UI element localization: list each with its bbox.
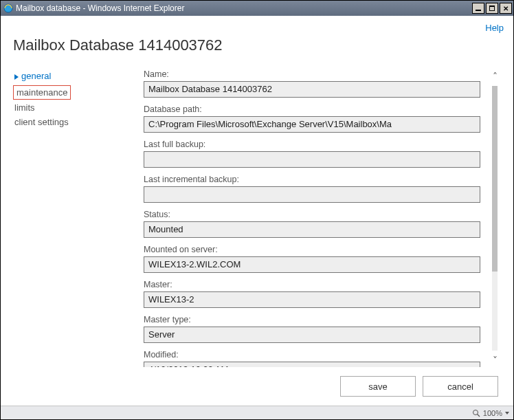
label-name: Name:: [144, 69, 484, 79]
value-status: Mounted: [144, 221, 480, 238]
chevron-up-icon[interactable]: ˄: [493, 71, 498, 82]
chevron-down-icon[interactable]: ˅: [493, 355, 498, 366]
chevron-down-icon[interactable]: [505, 412, 509, 415]
sidebar-item-label: general: [21, 71, 51, 81]
value-modified: 4/10/2013 10:22 AM: [144, 362, 480, 367]
label-status: Status:: [144, 210, 484, 219]
label-dbpath: Database path:: [144, 104, 484, 114]
sidebar-item-label: limits: [14, 102, 35, 113]
label-master: Master:: [144, 280, 484, 289]
zoom-icon[interactable]: [472, 409, 480, 417]
sidebar-item-limits[interactable]: limits: [13, 101, 144, 115]
status-bar: 100%: [1, 406, 513, 419]
cancel-button[interactable]: cancel: [423, 376, 498, 397]
sidebar-item-label: maintenance: [16, 87, 67, 98]
label-lastfull: Last full backup:: [144, 140, 484, 149]
value-mounted: WILEX13-2.WIL2.COM: [144, 256, 480, 273]
sidebar-item-client-settings[interactable]: client settings: [13, 115, 144, 130]
triangle-icon: [14, 74, 19, 80]
value-lastfull: [144, 151, 480, 168]
page-title: Mailbox Database 1414003762: [13, 36, 501, 54]
svg-line-2: [477, 414, 480, 417]
value-dbpath: C:\Program Files\Microsoft\Exchange Serv…: [144, 116, 480, 133]
sidebar-item-general[interactable]: general: [13, 69, 144, 84]
label-mastertype: Master type:: [144, 315, 484, 324]
svg-point-0: [4, 4, 12, 12]
footer-buttons: save cancel: [13, 367, 501, 406]
close-button[interactable]: ✕: [500, 3, 512, 14]
scroll-thumb[interactable]: [492, 86, 498, 272]
label-mounted: Mounted on server:: [144, 245, 484, 254]
label-lastinc: Last incremental backup:: [144, 175, 484, 184]
label-modified: Modified:: [144, 350, 484, 360]
save-button[interactable]: save: [340, 376, 416, 397]
window-title: Mailbox database - Windows Internet Expl…: [16, 3, 471, 13]
sidebar: general maintenance limits client settin…: [13, 69, 144, 367]
help-link[interactable]: Help: [485, 23, 504, 33]
ie-icon: [3, 3, 13, 13]
content-panel: Name: Mailbox Database 1414003762 Databa…: [144, 69, 489, 367]
scroll-track[interactable]: [492, 86, 498, 351]
maximize-button[interactable]: [486, 3, 498, 14]
value-lastinc: [144, 186, 480, 203]
sidebar-item-maintenance[interactable]: maintenance: [13, 85, 71, 100]
title-bar: Mailbox database - Windows Internet Expl…: [1, 1, 513, 16]
minimize-button[interactable]: [472, 3, 484, 14]
zoom-level[interactable]: 100%: [483, 409, 502, 417]
value-name: Mailbox Database 1414003762: [144, 81, 480, 98]
sidebar-item-label: client settings: [14, 117, 69, 127]
scrollbar[interactable]: ˄ ˅: [489, 69, 501, 367]
value-master: WILEX13-2: [144, 291, 480, 308]
svg-point-1: [473, 410, 478, 415]
value-mastertype: Server: [144, 327, 480, 343]
